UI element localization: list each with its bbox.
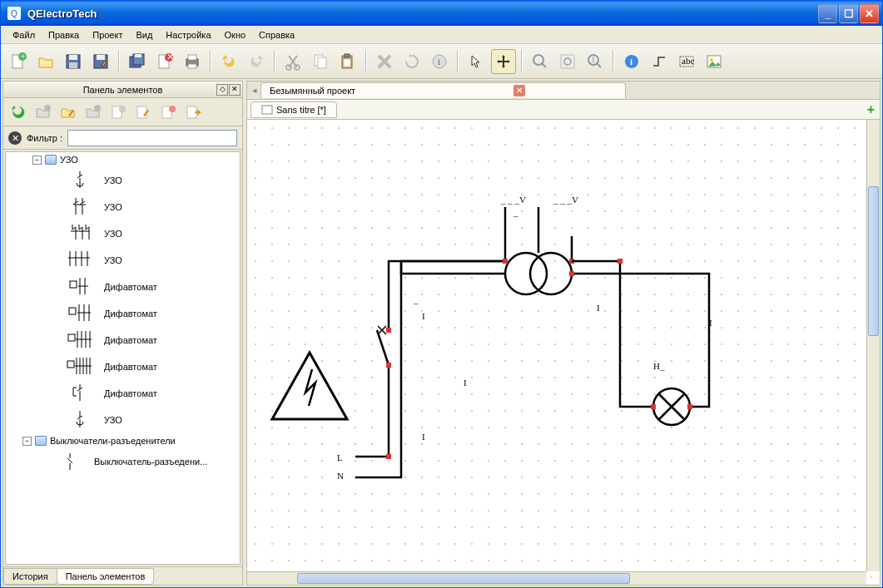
element-icon (64, 169, 96, 192)
tree-item[interactable]: Дифавтомат (6, 327, 240, 353)
drawing-canvas[interactable]: L N _ _ _V _ _ _V H_ _ I I I I I _ (247, 120, 880, 585)
history-tab[interactable]: История (3, 568, 57, 585)
titlebar: Q QElectroTech _ ☐ ✕ (1, 1, 882, 26)
svg-rect-41 (137, 106, 146, 118)
canvas-viewport[interactable]: L N _ _ _V _ _ _V H_ _ I I I I I _ (247, 120, 880, 585)
menu-file[interactable]: Файл (6, 28, 42, 42)
tab-prev-icon[interactable]: ◂ (252, 85, 260, 96)
svg-text:_: _ (413, 294, 419, 304)
tree-folder[interactable]: − Выключатели-разъеденители (6, 433, 240, 448)
svg-rect-51 (386, 363, 391, 368)
new-folder-button[interactable] (32, 101, 55, 124)
tree-folder[interactable]: − УЗО (6, 152, 240, 167)
rotate-button[interactable] (399, 49, 424, 74)
tree-item[interactable]: Дифавтомат (6, 380, 240, 407)
element-icon (54, 450, 86, 473)
svg-rect-59 (651, 404, 656, 409)
move-tool[interactable] (491, 49, 516, 74)
undo-button[interactable] (216, 49, 241, 74)
conductor-button[interactable] (647, 49, 672, 74)
menu-help[interactable]: Справка (252, 28, 301, 42)
svg-point-37 (44, 105, 51, 111)
delete-button[interactable] (372, 49, 397, 74)
menu-edit[interactable]: Правка (42, 28, 86, 42)
edit-folder-button[interactable] (57, 101, 80, 124)
zoom-fit-button[interactable] (555, 49, 580, 74)
filter-row: ✕ Фильтр : (3, 126, 242, 150)
folder-label: УЗО (60, 155, 78, 165)
filter-input[interactable] (67, 130, 237, 146)
page-icon (261, 105, 273, 115)
item-label: Выключатель-разъедени... (94, 457, 207, 467)
properties-button[interactable]: i (619, 49, 644, 74)
element-icon (64, 408, 96, 432)
element-icon (64, 249, 96, 272)
svg-rect-46 (69, 308, 76, 314)
tree-item[interactable]: УЗО (6, 167, 240, 194)
add-page-button[interactable]: + (867, 102, 875, 117)
collapse-icon[interactable]: − (22, 437, 32, 446)
import-button[interactable] (181, 101, 205, 124)
tree-item[interactable]: Дифавтомат (6, 300, 240, 327)
svg-rect-60 (687, 404, 692, 409)
svg-text:i: i (630, 57, 632, 67)
edit-element-button[interactable] (131, 101, 155, 124)
text-button[interactable]: abc (674, 49, 699, 74)
horizontal-scrollbar[interactable] (247, 571, 866, 585)
delete-folder-button[interactable] (82, 101, 105, 124)
elements-tree[interactable]: − УЗО УЗОУЗОУЗОУЗОДифавтоматДифавтоматДи… (5, 151, 241, 565)
new-button[interactable]: + (6, 49, 31, 74)
info-button[interactable]: i (427, 49, 452, 74)
panel-close-button[interactable]: ✕ (229, 84, 241, 96)
tree-item[interactable]: Дифавтомат (6, 274, 240, 300)
image-button[interactable] (702, 49, 727, 74)
menu-project[interactable]: Проект (86, 28, 129, 42)
svg-text:I: I (422, 432, 425, 442)
tree-item[interactable]: УЗО (6, 407, 240, 433)
open-button[interactable] (33, 49, 58, 74)
project-tab-label: Безымянный проект (270, 86, 355, 96)
menu-window[interactable]: Окно (218, 28, 253, 42)
refresh-button[interactable] (7, 101, 30, 124)
svg-text:i: i (438, 57, 440, 67)
svg-point-53 (505, 253, 547, 294)
project-tab[interactable]: Безымянный проект ✕ (260, 82, 626, 98)
close-button[interactable]: ✕ (860, 4, 879, 23)
svg-rect-48 (67, 361, 74, 368)
save-button[interactable] (61, 49, 86, 74)
project-tabs: ◂ Безымянный проект ✕ (247, 82, 880, 100)
zoom-reset-button[interactable]: 1 (583, 49, 608, 74)
clear-filter-icon[interactable]: ✕ (8, 131, 22, 145)
print-button[interactable] (180, 49, 205, 74)
folder-icon (35, 436, 47, 446)
save-as-button[interactable] (88, 49, 113, 74)
page-tab[interactable]: Sans titre [*] (251, 101, 337, 118)
zoom-button[interactable] (528, 49, 553, 74)
elements-tab[interactable]: Панель элементов (57, 568, 155, 585)
paste-button[interactable] (335, 49, 360, 74)
save-all-button[interactable] (125, 49, 150, 74)
panel-float-button[interactable]: ◇ (216, 84, 228, 96)
tree-item[interactable]: УЗО (6, 220, 240, 247)
tree-item[interactable]: Выключатель-разъедени... (6, 448, 240, 475)
collapse-icon[interactable]: − (32, 156, 42, 165)
close-tab-icon[interactable]: ✕ (513, 85, 525, 96)
tree-item[interactable]: УЗО (6, 194, 240, 220)
cut-button[interactable] (280, 49, 305, 74)
vertical-scrollbar[interactable] (866, 120, 880, 571)
tree-item[interactable]: УЗО (6, 247, 240, 274)
menu-settings[interactable]: Настройка (159, 28, 217, 42)
copy-button[interactable] (308, 49, 333, 74)
redo-button[interactable] (244, 49, 269, 74)
label-V2: _ _ _V (553, 195, 578, 205)
select-tool[interactable] (464, 49, 489, 74)
label-H: H_ (653, 361, 665, 371)
minimize-button[interactable]: _ (818, 4, 837, 23)
maximize-button[interactable]: ☐ (839, 4, 858, 23)
panel-title: Панель элементов ◇ ✕ (3, 82, 242, 98)
tree-item[interactable]: Дифавтомат (6, 353, 240, 380)
close-project-button[interactable]: ✕ (152, 49, 177, 74)
menu-view[interactable]: Вид (129, 28, 159, 42)
new-element-button[interactable] (107, 101, 130, 124)
delete-element-button[interactable] (156, 101, 180, 124)
